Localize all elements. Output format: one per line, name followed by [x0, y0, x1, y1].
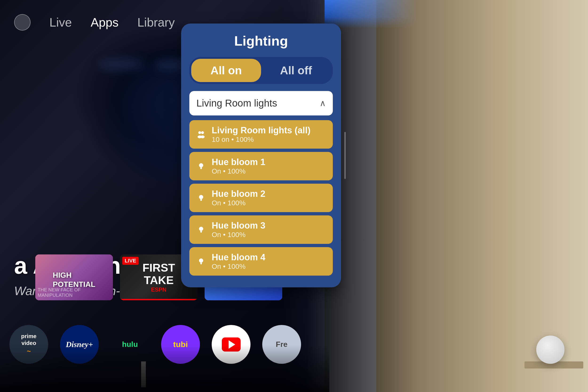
svg-point-7	[199, 195, 203, 199]
living-room-dropdown[interactable]: Living Room lights ∧	[189, 91, 333, 116]
app-tubi[interactable]: tubi	[161, 325, 200, 364]
chevron-up-icon: ∧	[320, 98, 326, 108]
decorative-orb	[536, 336, 564, 364]
app-hulu[interactable]: hulu	[110, 325, 149, 364]
dropdown-label: Living Room lights	[196, 98, 277, 109]
app-youtube[interactable]	[212, 325, 250, 364]
tv-stand	[141, 362, 146, 387]
scroll-indicator	[344, 132, 346, 179]
app-disney-plus[interactable]: Disney+	[60, 325, 99, 364]
light-info-bloom1: Hue bloom 1 On • 100%	[212, 157, 265, 175]
app-icons-row: primevideo ~ Disney+ hulu tubi Fre	[0, 325, 329, 364]
bulb-icon-1	[195, 160, 207, 172]
prime-video-label: primevideo ~	[21, 333, 36, 356]
light-item-bloom3[interactable]: Hue bloom 3 On • 100%	[189, 216, 333, 244]
svg-point-1	[201, 131, 204, 134]
light-info-bloom2: Hue bloom 2 On • 100%	[212, 189, 265, 207]
lighting-panel-title: Lighting	[189, 33, 333, 49]
svg-point-3	[200, 136, 204, 138]
lighting-panel: Lighting All on All off Living Room ligh…	[181, 24, 341, 287]
svg-point-10	[199, 227, 203, 231]
nav-live[interactable]: Live	[50, 15, 72, 30]
youtube-icon	[222, 338, 240, 352]
bulb-icon-2	[195, 192, 207, 204]
light-status-bloom3: On • 100%	[212, 231, 265, 239]
svg-rect-9	[200, 200, 202, 201]
light-name-bloom3: Hue bloom 3	[212, 220, 265, 231]
light-status-all: 10 on • 100%	[212, 136, 310, 144]
light-name-bloom1: Hue bloom 1	[212, 157, 265, 167]
light-name-all: Living Room lights (all)	[212, 125, 310, 136]
tubi-label: tubi	[173, 340, 188, 349]
svg-rect-8	[200, 199, 202, 200]
nav-library[interactable]: Library	[137, 15, 175, 30]
light-item-bloom1[interactable]: Hue bloom 1 On • 100%	[189, 152, 333, 180]
toggle-container: All on All off	[189, 57, 333, 84]
all-on-button[interactable]: All on	[191, 59, 261, 82]
thumbnail-high-potential[interactable]: HIGHPOTENTIAL THE NEW FACE OF MANIPULATI…	[35, 254, 113, 300]
light-item-bloom2[interactable]: Hue bloom 2 On • 100%	[189, 184, 333, 212]
app-prime-video[interactable]: primevideo ~	[10, 325, 48, 364]
svg-point-4	[199, 163, 203, 168]
light-info-all: Living Room lights (all) 10 on • 100%	[212, 125, 310, 144]
svg-rect-11	[200, 231, 202, 232]
fre-label: Fre	[276, 340, 288, 349]
group-icon	[195, 129, 207, 140]
app-fre[interactable]: Fre	[262, 325, 301, 364]
all-off-button[interactable]: All off	[261, 59, 331, 82]
light-item-all[interactable]: Living Room lights (all) 10 on • 100%	[189, 120, 333, 148]
home-button[interactable]	[14, 14, 30, 30]
svg-point-0	[198, 131, 201, 134]
light-name-bloom4: Hue bloom 4	[212, 252, 265, 262]
first-take-title: FIRSTTAKE	[142, 262, 175, 287]
disney-plus-label: Disney+	[66, 340, 93, 349]
light-info-bloom3: Hue bloom 3 On • 100%	[212, 220, 265, 239]
bulb-icon-3	[195, 224, 207, 236]
light-status-bloom2: On • 100%	[212, 199, 265, 207]
nav-apps[interactable]: Apps	[90, 15, 118, 30]
espn-label: ESPN	[151, 286, 166, 293]
svg-point-13	[199, 258, 203, 263]
light-status-bloom4: On • 100%	[212, 262, 265, 270]
live-badge: LIVE	[122, 257, 138, 265]
light-item-bloom4[interactable]: Hue bloom 4 On • 100%	[189, 247, 333, 276]
svg-rect-12	[200, 232, 202, 232]
lights-list: Living Room lights (all) 10 on • 100% Hu…	[189, 120, 333, 276]
svg-rect-14	[200, 263, 202, 264]
bulb-icon-4	[195, 256, 207, 267]
svg-rect-15	[200, 264, 202, 264]
hulu-label: hulu	[122, 340, 138, 349]
svg-rect-6	[200, 168, 202, 169]
play-triangle	[228, 340, 235, 349]
light-info-bloom4: Hue bloom 4 On • 100%	[212, 252, 265, 270]
light-status-bloom1: On • 100%	[212, 167, 265, 175]
svg-rect-5	[200, 168, 202, 168]
light-name-bloom2: Hue bloom 2	[212, 189, 265, 199]
